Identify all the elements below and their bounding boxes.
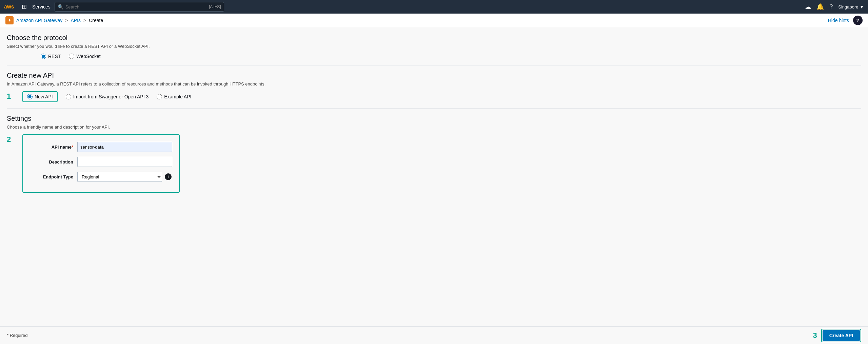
help-circle-button[interactable]: ?: [853, 16, 863, 25]
breadcrumb-actions: Hide hints ?: [828, 16, 863, 25]
websocket-radio[interactable]: [69, 54, 74, 59]
grid-icon[interactable]: ⊞: [20, 2, 28, 12]
service-icon: ✦: [5, 16, 14, 24]
search-icon: 🔍: [58, 4, 63, 9]
cloud-icon[interactable]: ☁: [805, 3, 811, 11]
main-content: Choose the protocol Select whether you w…: [0, 27, 868, 344]
svg-text:aws: aws: [4, 4, 14, 9]
endpoint-type-control: Edge optimized Regional Private i: [77, 172, 172, 182]
create-api-button[interactable]: Create API: [823, 330, 860, 341]
new-api-option-box: New API: [22, 91, 58, 102]
create-new-api-desc: In Amazon API Gateway, a REST API refers…: [7, 81, 861, 87]
footer-right: 3 Create API: [813, 329, 861, 342]
step2-row: 2 API name Description Endpoint Type: [7, 134, 861, 193]
aws-logo[interactable]: aws: [4, 3, 16, 11]
settings-title: Settings: [7, 115, 861, 122]
api-name-input[interactable]: [77, 142, 172, 152]
endpoint-info-icon[interactable]: i: [165, 173, 172, 180]
description-label: Description: [30, 159, 77, 165]
rest-radio[interactable]: [41, 54, 46, 59]
hide-hints-button[interactable]: Hide hints: [828, 18, 849, 23]
divider-1: [7, 65, 861, 65]
breadcrumb-separator-1: >: [65, 18, 68, 23]
breadcrumb-bar: ✦ Amazon API Gateway > APIs > Create Hid…: [0, 14, 868, 27]
rest-radio-option[interactable]: REST: [41, 54, 61, 59]
description-input[interactable]: [77, 157, 172, 167]
import-api-radio-option[interactable]: Import from Swagger or Open API 3: [66, 94, 149, 99]
endpoint-type-label: Endpoint Type: [30, 174, 77, 179]
create-new-api-title: Create new API: [7, 72, 861, 79]
settings-desc: Choose a friendly name and description f…: [7, 125, 861, 130]
breadcrumb-current: Create: [89, 18, 103, 23]
breadcrumb-apis[interactable]: APIs: [71, 18, 81, 23]
import-api-label: Import from Swagger or Open API 3: [73, 94, 149, 99]
protocol-radio-group: REST WebSocket: [41, 54, 861, 59]
new-api-radio-option[interactable]: New API: [27, 94, 53, 99]
nav-right: ☁ 🔔 ? Singapore ▼: [805, 3, 864, 11]
endpoint-type-select[interactable]: Edge optimized Regional Private: [77, 172, 162, 182]
example-api-radio[interactable]: [157, 94, 162, 99]
region-selector[interactable]: Singapore ▼: [838, 4, 864, 9]
step1-row: 1 New API Import from Swagger or Open AP…: [7, 91, 861, 102]
endpoint-type-row: Endpoint Type Edge optimized Regional Pr…: [30, 172, 172, 182]
rest-label: REST: [48, 54, 61, 59]
breadcrumb-separator-2: >: [83, 18, 86, 23]
step2-number: 2: [7, 134, 17, 145]
bell-icon[interactable]: 🔔: [816, 3, 824, 11]
new-api-label: New API: [35, 94, 53, 99]
footer-bar: * Required 3 Create API: [0, 326, 868, 344]
search-input[interactable]: [65, 4, 207, 9]
create-api-box: Create API: [821, 329, 861, 342]
breadcrumb-service[interactable]: Amazon API Gateway: [16, 18, 62, 23]
top-navigation: aws ⊞ Services 🔍 [Alt+S] ☁ 🔔 ? Singapore…: [0, 0, 868, 14]
websocket-radio-option[interactable]: WebSocket: [69, 54, 100, 59]
choose-protocol-desc: Select whether you would like to create …: [7, 44, 861, 49]
required-note: * Required: [7, 333, 27, 338]
api-type-radio-group: New API Import from Swagger or Open API …: [22, 91, 191, 102]
search-bar: 🔍 [Alt+S]: [55, 2, 224, 12]
divider-2: [7, 108, 861, 109]
api-name-label: API name: [30, 145, 77, 150]
settings-form: API name Description Endpoint Type Edge …: [30, 142, 172, 182]
websocket-label: WebSocket: [76, 54, 100, 59]
example-api-radio-option[interactable]: Example API: [157, 94, 191, 99]
new-api-radio[interactable]: [27, 94, 33, 99]
step3-number: 3: [813, 331, 817, 340]
import-api-radio[interactable]: [66, 94, 71, 99]
help-icon[interactable]: ?: [829, 3, 833, 11]
settings-box: API name Description Endpoint Type Edge …: [22, 134, 180, 193]
example-api-label: Example API: [164, 94, 191, 99]
services-nav[interactable]: Services: [32, 4, 51, 9]
search-shortcut: [Alt+S]: [209, 4, 221, 9]
description-row: Description: [30, 157, 172, 167]
api-name-row: API name: [30, 142, 172, 152]
choose-protocol-title: Choose the protocol: [7, 34, 861, 42]
step1-number: 1: [7, 91, 17, 102]
